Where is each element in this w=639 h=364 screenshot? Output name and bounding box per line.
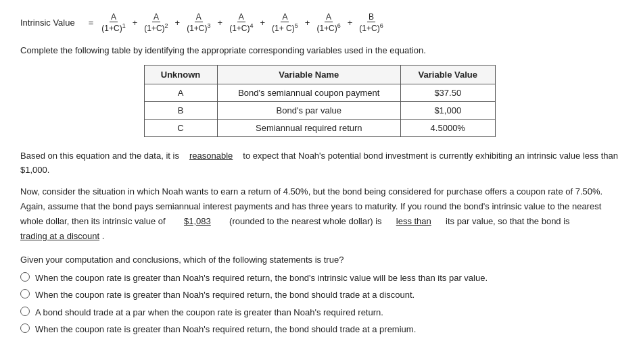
table-row: C Semiannual required return 4.5000%	[144, 120, 495, 137]
col-variable-value: Variable Value	[401, 66, 495, 84]
list-item[interactable]: When the coupon rate is greater than Noa…	[20, 288, 619, 302]
intrinsic-value-underline: $1,083	[170, 214, 224, 229]
radio-icon-1[interactable]	[20, 272, 30, 282]
formula-label: Intrinsic Value	[20, 18, 75, 28]
fraction-3: A (1+C)3	[185, 12, 212, 33]
plus-2: +	[175, 18, 181, 28]
option-1-text: When the coupon rate is greater than Noa…	[35, 271, 488, 285]
list-item[interactable]: When the coupon rate is greater than Noa…	[20, 271, 619, 285]
fraction-6: A (1+C)6	[315, 12, 341, 33]
rounded-text: (rounded to the nearest whole dollar) is	[229, 216, 381, 226]
value-c: 4.5000%	[401, 120, 495, 137]
fraction-1: A (1+C)1	[100, 12, 126, 33]
fraction-5: A (1+ C)5	[270, 12, 300, 33]
variables-table: Unknown Variable Name Variable Value A B…	[144, 65, 496, 137]
col-unknown: Unknown	[144, 66, 217, 84]
table-row: B Bond's par value $1,000	[144, 102, 495, 120]
name-a: Bond's semiannual coupon payment	[217, 84, 401, 102]
table-row: A Bond's semiannual coupon payment $37.5…	[144, 84, 495, 102]
trading-discount-underline: trading at a discount	[20, 229, 99, 244]
list-item[interactable]: When the coupon rate is greater than Noa…	[20, 323, 619, 336]
table-header-row: Unknown Variable Name Variable Value	[144, 66, 495, 84]
unknown-c: C	[144, 120, 217, 137]
plus-3: +	[218, 18, 223, 28]
value-b: $1,000	[401, 102, 495, 120]
plus-6: +	[348, 18, 353, 28]
name-b: Bond's par value	[217, 102, 401, 120]
option-4-text: When the coupon rate is greater than Noa…	[35, 323, 416, 336]
unknown-a: A	[144, 84, 217, 102]
based-on-paragraph: Based on this equation and the data, it …	[20, 149, 619, 178]
option-2-text: When the coupon rate is greater than Noa…	[35, 288, 415, 302]
instruction-text: Complete the following table by identify…	[20, 45, 619, 55]
value-a: $37.50	[401, 84, 495, 102]
fraction-4: A (1+C)4	[228, 12, 254, 33]
fraction-7: B (1+C)6	[358, 12, 384, 33]
option-3-text: A bond should trade at a par when the co…	[35, 306, 383, 319]
equals-sign: =	[89, 18, 94, 28]
radio-icon-2[interactable]	[20, 289, 30, 298]
period: .	[102, 231, 105, 241]
par-text: its par value, so that the bond is	[446, 216, 570, 226]
plus-5: +	[305, 18, 310, 28]
reasonable-underline: reasonable	[184, 149, 238, 163]
based-on-prefix: Based on this equation and the data, it …	[20, 151, 179, 161]
unknown-b: B	[144, 102, 217, 120]
radio-icon-4[interactable]	[20, 323, 30, 333]
plus-1: +	[133, 18, 138, 28]
col-variable-name: Variable Name	[217, 66, 401, 84]
radio-icon-3[interactable]	[20, 307, 30, 316]
plus-4: +	[260, 18, 266, 28]
formula-section: Intrinsic Value = A (1+C)1 + A (1+C)2 + …	[20, 12, 619, 33]
less-than-underline: less than	[387, 214, 441, 229]
now-consider-paragraph: Now, consider the situation in which Noa…	[20, 184, 619, 244]
table-wrapper: Unknown Variable Name Variable Value A B…	[20, 65, 619, 137]
answer-options: When the coupon rate is greater than Noa…	[20, 271, 619, 336]
fraction-2: A (1+C)2	[143, 12, 169, 33]
list-item[interactable]: A bond should trade at a par when the co…	[20, 306, 619, 319]
given-question: Given your computation and conclusions, …	[20, 255, 619, 265]
name-c: Semiannual required return	[217, 120, 401, 137]
